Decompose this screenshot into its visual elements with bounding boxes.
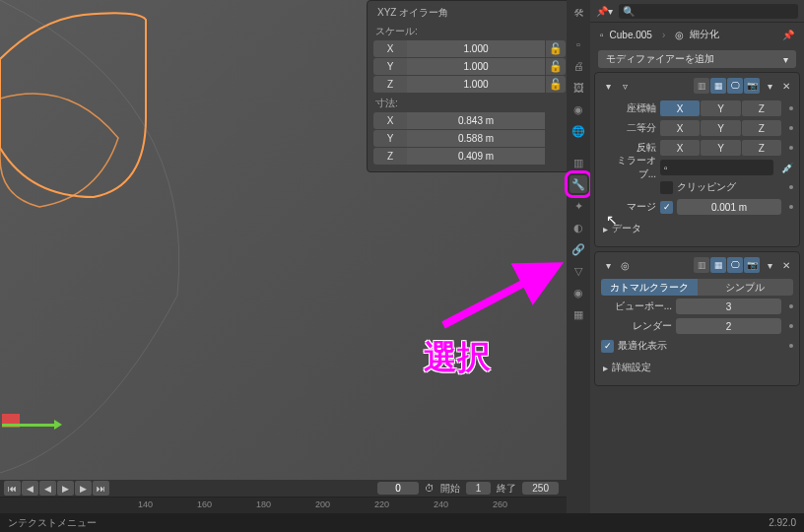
rotation-mode-field[interactable]: XYZ オイラー角 bbox=[373, 4, 566, 22]
pin-icon[interactable]: 📌 bbox=[782, 30, 794, 40]
play-reverse-icon[interactable]: ◀ bbox=[39, 481, 56, 496]
render-levels[interactable]: 2 bbox=[676, 318, 781, 334]
ruler-tick: 140 bbox=[138, 499, 153, 509]
mirror-axis-y[interactable]: Y bbox=[701, 100, 740, 116]
realtime-toggle-icon[interactable]: 🖵 bbox=[727, 257, 743, 273]
scale-z-value[interactable]: 1.000 bbox=[407, 76, 545, 93]
scale-x-label: X bbox=[373, 40, 407, 57]
start-frame[interactable]: 1 bbox=[466, 482, 492, 495]
autokey-icon[interactable]: ⏱ bbox=[425, 483, 435, 494]
status-bar: ンテクストメニュー 2.92.0 bbox=[0, 513, 804, 532]
start-label: 開始 bbox=[440, 482, 460, 496]
flip-y[interactable]: Y bbox=[701, 140, 740, 156]
ruler-tick: 260 bbox=[493, 499, 507, 509]
flip-x[interactable]: X bbox=[660, 140, 700, 156]
lock-icon[interactable]: 🔓 bbox=[546, 76, 566, 93]
mode-toggle-icon[interactable]: ▥ bbox=[694, 257, 709, 273]
ruler-tick: 160 bbox=[197, 499, 212, 509]
lock-icon[interactable]: 🔓 bbox=[546, 58, 566, 75]
simple-tab[interactable]: シンプル bbox=[698, 279, 794, 296]
add-modifier-dropdown[interactable]: モディファイアーを追加▾ bbox=[598, 50, 796, 68]
mode-toggle-icon[interactable]: ▥ bbox=[694, 78, 709, 94]
ruler-tick: 200 bbox=[315, 499, 330, 509]
render-tab-icon[interactable]: ▫ bbox=[570, 35, 587, 53]
ruler-tick: 220 bbox=[374, 499, 389, 509]
expand-icon[interactable]: ▸ bbox=[603, 224, 608, 234]
expand-icon[interactable]: ▸ bbox=[603, 363, 608, 373]
scale-y-value[interactable]: 1.000 bbox=[407, 58, 545, 75]
tool-tab-icon[interactable]: 🛠 bbox=[570, 4, 587, 22]
dim-z-label: Z bbox=[373, 148, 407, 165]
expand-icon[interactable]: ▾ bbox=[601, 258, 615, 272]
jump-end-icon[interactable]: ⏭ bbox=[93, 481, 109, 496]
dim-x-label: X bbox=[373, 112, 407, 129]
end-frame[interactable]: 250 bbox=[522, 482, 559, 495]
extras-menu-icon[interactable]: ▾ bbox=[763, 79, 776, 93]
dim-y-label: Y bbox=[373, 130, 407, 147]
clipping-checkbox[interactable] bbox=[660, 181, 673, 194]
bisect-z[interactable]: Z bbox=[742, 120, 781, 136]
output-tab-icon[interactable]: 🖨 bbox=[570, 57, 587, 75]
render-toggle-icon[interactable]: 📷 bbox=[744, 78, 760, 94]
constraint-tab-icon[interactable]: 🔗 bbox=[570, 240, 587, 258]
chevron-down-icon: ▾ bbox=[783, 54, 788, 65]
world-tab-icon[interactable]: 🌐 bbox=[570, 122, 587, 140]
version-label: 2.92.0 bbox=[769, 517, 796, 528]
mirror-icon: ▿ bbox=[618, 79, 632, 93]
modifier-tab-icon[interactable]: 🔧 bbox=[570, 175, 587, 193]
data-tab-icon[interactable]: ▽ bbox=[570, 262, 587, 280]
current-frame[interactable]: 0 bbox=[377, 482, 419, 495]
bisect-x[interactable]: X bbox=[660, 120, 700, 136]
dim-z-value[interactable]: 0.409 m bbox=[407, 148, 545, 165]
pin-icon[interactable]: 📌▾ bbox=[596, 6, 613, 17]
expand-icon[interactable]: ▾ bbox=[601, 79, 615, 93]
optimal-display-checkbox[interactable]: ✓ bbox=[601, 340, 614, 353]
timeline[interactable]: ⏮ ◀ ◀ ▶ ▶ ⏭ 0 ⏱ 開始 1 終了 250 140160180200… bbox=[0, 480, 567, 513]
realtime-toggle-icon[interactable]: 🖵 bbox=[727, 78, 743, 94]
close-icon[interactable]: ✕ bbox=[779, 79, 793, 93]
scale-x-value[interactable]: 1.000 bbox=[407, 40, 545, 57]
prev-key-icon[interactable]: ◀ bbox=[22, 481, 38, 496]
physics-tab-icon[interactable]: ◐ bbox=[570, 219, 587, 236]
ruler-tick: 240 bbox=[434, 499, 448, 509]
scene-tab-icon[interactable]: ◉ bbox=[570, 100, 587, 118]
edit-mode-toggle-icon[interactable]: ▦ bbox=[710, 257, 726, 273]
mirror-object-field[interactable]: ▫ bbox=[660, 160, 773, 175]
object-icon: ▫ bbox=[600, 30, 604, 40]
object-tab-icon[interactable]: ▥ bbox=[570, 154, 587, 171]
extras-menu-icon[interactable]: ▾ bbox=[763, 258, 776, 272]
lock-icon[interactable]: 🔓 bbox=[546, 40, 566, 57]
edit-mode-toggle-icon[interactable]: ▦ bbox=[710, 78, 726, 94]
particle-tab-icon[interactable]: ✦ bbox=[570, 197, 587, 215]
mirror-axis-z[interactable]: Z bbox=[742, 100, 781, 116]
modifier-icon: ◎ bbox=[675, 30, 684, 40]
flip-z[interactable]: Z bbox=[742, 140, 781, 156]
context-menu-hint: ンテクストメニュー bbox=[8, 516, 97, 530]
merge-checkbox[interactable]: ✓ bbox=[660, 201, 673, 214]
mirror-modifier-panel: ▾ ▿ ▥ ▦ 🖵 📷 ▾ ✕ 座標軸 XYZ 二等分 XYZ 反転 XYZ ミ… bbox=[594, 72, 800, 247]
bisect-y[interactable]: Y bbox=[701, 120, 740, 136]
eyedropper-icon[interactable]: 💉 bbox=[781, 163, 793, 173]
object-name[interactable]: Cube.005 bbox=[610, 30, 652, 40]
mirror-axis-x[interactable]: X bbox=[660, 100, 700, 116]
properties-search[interactable]: 🔍 bbox=[619, 4, 798, 19]
render-toggle-icon[interactable]: 📷 bbox=[744, 257, 760, 273]
scale-y-label: Y bbox=[373, 58, 407, 75]
close-icon[interactable]: ✕ bbox=[779, 258, 793, 272]
active-modifier-badge[interactable]: 細分化 bbox=[690, 28, 719, 41]
transform-n-panel: XYZ オイラー角 スケール: X1.000🔓 Y1.000🔓 Z1.000🔓 … bbox=[367, 0, 572, 172]
timeline-ruler[interactable]: 140160180200220240260 bbox=[0, 498, 567, 514]
merge-distance[interactable]: 0.001 m bbox=[677, 199, 781, 215]
next-key-icon[interactable]: ▶ bbox=[75, 481, 92, 496]
dim-y-value[interactable]: 0.588 m bbox=[407, 130, 545, 147]
material-tab-icon[interactable]: ◉ bbox=[570, 284, 587, 301]
play-icon[interactable]: ▶ bbox=[57, 481, 74, 496]
jump-start-icon[interactable]: ⏮ bbox=[4, 481, 21, 496]
gizmo-y-axis bbox=[2, 424, 56, 427]
viewlayer-tab-icon[interactable]: 🖼 bbox=[570, 79, 587, 97]
catmull-clark-tab[interactable]: カトマルクラーク bbox=[601, 279, 698, 296]
texture-tab-icon[interactable]: ▦ bbox=[570, 305, 587, 323]
viewport-levels[interactable]: 3 bbox=[676, 299, 781, 314]
dim-x-value[interactable]: 0.843 m bbox=[407, 112, 545, 129]
scale-z-label: Z bbox=[373, 76, 407, 93]
